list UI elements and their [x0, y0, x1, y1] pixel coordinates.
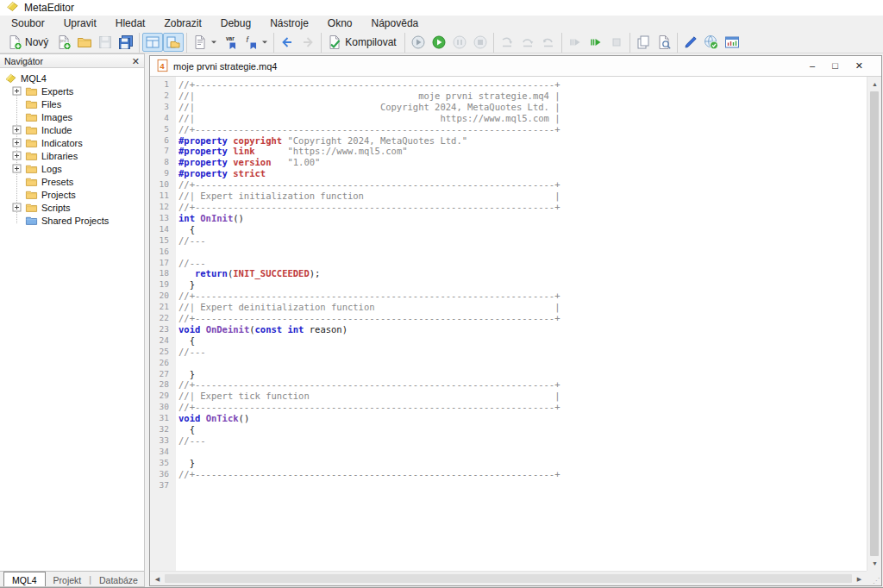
expander-icon[interactable]: [12, 138, 22, 147]
code-text: //---: [172, 347, 206, 358]
menu-nastroje[interactable]: Nástroje: [260, 16, 318, 31]
tree-item-presets[interactable]: Presets: [0, 175, 144, 188]
expander-icon[interactable]: [12, 203, 22, 212]
line-number: 26: [150, 358, 172, 369]
expander-icon[interactable]: [12, 164, 22, 173]
new-project-button[interactable]: pro: [53, 33, 74, 52]
menu-soubor[interactable]: Soubor: [2, 16, 54, 31]
line-number: 17: [150, 258, 172, 269]
navigator-header: Navigátor ✕: [0, 54, 144, 68]
tree-item-images[interactable]: Images: [0, 110, 144, 123]
vertical-scrollbar[interactable]: ▲ ▼: [867, 77, 881, 571]
navigator-close-icon[interactable]: ✕: [132, 57, 140, 66]
scroll-down-icon[interactable]: ▼: [867, 556, 881, 571]
document-title[interactable]: moje prvni strategie.mq4: [173, 61, 277, 72]
line-number: 36: [150, 469, 172, 480]
forward-button[interactable]: [297, 33, 318, 52]
horizontal-scrollbar[interactable]: ◀ ▶: [150, 571, 867, 585]
maximize-icon[interactable]: □: [832, 60, 838, 72]
terminal-button[interactable]: [722, 33, 742, 52]
folder-icon: [25, 150, 38, 161]
menu-zobrazit[interactable]: Zobrazit: [154, 16, 210, 31]
tree-item-include[interactable]: Include: [0, 123, 144, 136]
vertical-scroll-thumb[interactable]: [870, 91, 879, 556]
tree-item-logs[interactable]: Logs: [0, 162, 144, 175]
menu-hledat[interactable]: Hledat: [106, 16, 155, 31]
expander-icon[interactable]: [12, 86, 22, 96]
navigator-panel: Navigátor ✕ MQL4ExpertsFilesImagesInclud…: [0, 53, 145, 587]
line-number: 25: [150, 347, 172, 358]
code-line: 18 return(INIT_SUCCEEDED);: [150, 268, 867, 279]
close-icon[interactable]: ✕: [855, 60, 863, 72]
code-line: 14 {: [150, 224, 867, 235]
resize-grip[interactable]: ⋰: [867, 571, 881, 585]
debug-real-button[interactable]: [408, 33, 429, 52]
tree-item-label: Shared Projects: [41, 216, 109, 226]
expander-icon[interactable]: [12, 151, 22, 160]
expander-icon[interactable]: [12, 125, 22, 134]
scroll-up-icon[interactable]: ▲: [867, 77, 881, 91]
insert-function-button[interactable]: f: [241, 33, 271, 52]
compile-button[interactable]: Kompilovat: [324, 33, 401, 52]
code-line: 8#property version "1.00": [150, 157, 867, 168]
menu-okno[interactable]: Okno: [318, 16, 362, 31]
profiler-button[interactable]: [633, 33, 654, 52]
save-all-button[interactable]: [116, 33, 136, 52]
line-number: 16: [150, 247, 172, 258]
debug-history-button[interactable]: [429, 33, 449, 52]
scroll-right-icon[interactable]: ▶: [852, 572, 867, 585]
continue-history-button[interactable]: [565, 33, 586, 52]
continue-button[interactable]: [586, 33, 606, 52]
tree-item-libraries[interactable]: Libraries: [0, 149, 144, 162]
code-text: }: [172, 458, 195, 469]
tab-databaze[interactable]: Databáze: [91, 572, 146, 586]
step-out-button[interactable]: [538, 33, 559, 52]
save-icon: [97, 34, 113, 50]
insert-variable-button[interactable]: var: [220, 33, 241, 52]
code-text: //---: [172, 435, 206, 447]
new-button[interactable]: Nový: [4, 33, 53, 52]
step-into-button[interactable]: [497, 33, 517, 52]
tree-item-label: Files: [41, 99, 61, 109]
tree-item-shared-projects[interactable]: Shared Projects: [0, 214, 144, 227]
back-button[interactable]: [277, 33, 297, 52]
step-over-button[interactable]: [517, 33, 538, 52]
pause-button[interactable]: [449, 33, 470, 52]
snippets-button[interactable]: [190, 33, 220, 52]
terminal-window-icon: [724, 34, 740, 50]
scroll-left-icon[interactable]: ◀: [150, 572, 165, 585]
tree-item-files[interactable]: Files: [0, 97, 144, 110]
svg-text:var: var: [226, 35, 235, 41]
save-button[interactable]: [95, 33, 116, 52]
code-text: #property copyright "Copyright 2024, Met…: [172, 135, 467, 147]
tree-item-scripts[interactable]: Scripts: [0, 201, 144, 214]
code-line: 9#property strict: [150, 168, 867, 179]
tab-mql4[interactable]: MQL4: [3, 572, 46, 586]
menu-napoveda[interactable]: Nápověda: [362, 16, 429, 31]
folder-icon: [25, 111, 38, 122]
toggle-navigator-button[interactable]: [163, 33, 184, 52]
tree-item-experts[interactable]: Experts: [0, 84, 144, 97]
code-text: int OnInit(): [172, 213, 244, 224]
toggle-toolbox-button[interactable]: [142, 33, 163, 52]
break-button[interactable]: [606, 33, 627, 52]
menu-debug[interactable]: Debug: [211, 16, 260, 31]
minimize-icon[interactable]: –: [810, 60, 815, 72]
community-button[interactable]: [701, 33, 722, 52]
code-line: 19 }: [150, 279, 867, 291]
code-line: 26: [150, 358, 867, 369]
dropdown-caret-icon[interactable]: [210, 39, 217, 46]
styler-button[interactable]: [680, 33, 701, 52]
toolbar-group: varf: [186, 33, 273, 53]
open-button[interactable]: [74, 33, 95, 52]
horizontal-scroll-thumb[interactable]: [165, 574, 852, 583]
preview-button[interactable]: [654, 33, 674, 52]
tree-item-projects[interactable]: Projects: [0, 188, 144, 201]
stop-button[interactable]: [470, 33, 491, 52]
dropdown-caret-icon[interactable]: [261, 39, 268, 46]
code-editor[interactable]: 1//+------------------------------------…: [150, 77, 867, 571]
tree-item-mql4-root[interactable]: MQL4: [0, 72, 144, 84]
tab-projekt[interactable]: Projekt: [46, 572, 90, 586]
menu-upravit[interactable]: Upravit: [54, 16, 106, 31]
tree-item-indicators[interactable]: Indicators: [0, 136, 144, 149]
